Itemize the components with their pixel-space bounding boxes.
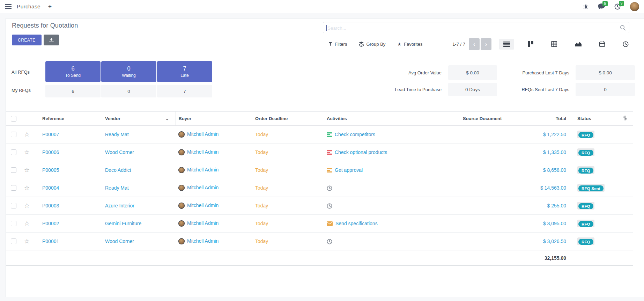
- reference-link[interactable]: P00006: [42, 149, 59, 155]
- lead-time-value[interactable]: 0 Days: [448, 83, 497, 96]
- activity-type-icon[interactable]: [327, 203, 332, 209]
- activity-label[interactable]: Check optional products: [335, 150, 387, 155]
- tile-to-send[interactable]: 6To Send: [45, 61, 101, 82]
- rfqs-sent-last-7-days[interactable]: 0: [576, 83, 635, 96]
- vendor-link[interactable]: Gemini Furniture: [105, 221, 141, 226]
- order-deadline: Today: [255, 185, 268, 191]
- filters-button[interactable]: Filters: [328, 42, 347, 47]
- view-list-button[interactable]: [499, 39, 514, 50]
- buyer-link[interactable]: Mitchell Admin: [187, 238, 219, 244]
- table-row[interactable]: ☆ P00007 Ready Mat Mitchell Admin Today …: [6, 126, 633, 144]
- vendor-link[interactable]: Azure Interior: [105, 203, 134, 208]
- favorites-button[interactable]: ★ Favorites: [397, 42, 422, 47]
- buyer-avatar: [178, 220, 185, 227]
- select-all-checkbox[interactable]: [11, 116, 16, 122]
- row-checkbox[interactable]: [11, 221, 16, 226]
- row-checkbox[interactable]: [11, 203, 16, 208]
- favorite-star-icon[interactable]: ☆: [24, 238, 30, 245]
- reference-link[interactable]: P00004: [42, 185, 59, 191]
- search-icon[interactable]: [620, 25, 626, 32]
- table-row[interactable]: ☆ P00003 Azure Interior Mitchell Admin T…: [6, 197, 633, 215]
- favorite-star-icon[interactable]: ☆: [24, 167, 30, 174]
- view-calendar-button[interactable]: [595, 38, 609, 50]
- vendor-link[interactable]: Wood Corner: [105, 149, 134, 155]
- column-total[interactable]: Total: [514, 112, 575, 126]
- export-button[interactable]: [44, 35, 59, 45]
- reference-link[interactable]: P00005: [42, 167, 59, 173]
- pager-next-button[interactable]: ›: [481, 38, 491, 50]
- favorite-star-icon[interactable]: ☆: [24, 149, 30, 156]
- row-checkbox[interactable]: [11, 185, 16, 191]
- view-graph-button[interactable]: [571, 39, 586, 49]
- avg-order-value[interactable]: $ 0.00: [448, 65, 497, 80]
- reference-link[interactable]: P00007: [42, 132, 59, 137]
- pager-previous-button[interactable]: ‹: [469, 38, 480, 50]
- order-deadline: Today: [255, 221, 268, 226]
- purchased-last-7-days[interactable]: $ 0.00: [576, 65, 635, 80]
- buyer-link[interactable]: Mitchell Admin: [187, 220, 219, 226]
- activity-label[interactable]: Check competitors: [335, 132, 375, 138]
- reference-link[interactable]: P00003: [42, 203, 59, 208]
- activity-type-icon[interactable]: [327, 239, 332, 244]
- vendor-link[interactable]: Ready Mat: [105, 185, 129, 191]
- my-late-tile[interactable]: 7: [157, 85, 212, 97]
- apps-menu-icon[interactable]: [5, 4, 12, 9]
- vendor-link[interactable]: Ready Mat: [105, 132, 129, 137]
- table-row[interactable]: ☆ P00006 Wood Corner Mitchell Admin Toda…: [6, 144, 633, 161]
- buyer-link[interactable]: Mitchell Admin: [187, 149, 219, 155]
- activity-label[interactable]: Get approval: [335, 168, 363, 173]
- activity-type-icon[interactable]: [327, 150, 332, 155]
- row-checkbox[interactable]: [11, 132, 16, 137]
- activities-icon[interactable]: 9: [614, 3, 621, 10]
- favorite-star-icon[interactable]: ☆: [24, 131, 30, 138]
- view-activity-button[interactable]: [619, 38, 633, 50]
- all-rfqs-label[interactable]: All RFQs: [12, 69, 30, 75]
- activity-type-icon[interactable]: [327, 132, 332, 137]
- column-order-deadline[interactable]: Order Deadline: [252, 112, 324, 126]
- tile-waiting[interactable]: 0Waiting: [101, 61, 156, 82]
- optional-columns-button[interactable]: [619, 112, 633, 126]
- buyer-link[interactable]: Mitchell Admin: [187, 185, 219, 190]
- my-waiting-tile[interactable]: 0: [101, 85, 156, 97]
- my-to-send-tile[interactable]: 6: [45, 85, 101, 97]
- column-reference[interactable]: Reference: [39, 112, 102, 126]
- column-activities[interactable]: Activities: [324, 112, 460, 126]
- view-pivot-button[interactable]: [547, 38, 561, 50]
- activity-label[interactable]: Send specifications: [335, 221, 378, 227]
- table-row[interactable]: ☆ P00005 Deco Addict Mitchell Admin Toda…: [6, 161, 633, 179]
- table-row[interactable]: ☆ P00002 Gemini Furniture Mitchell Admin…: [6, 215, 633, 233]
- buyer-link[interactable]: Mitchell Admin: [187, 167, 219, 172]
- buyer-link[interactable]: Mitchell Admin: [187, 203, 219, 208]
- my-rfqs-label[interactable]: My RFQs: [12, 88, 31, 93]
- search-input[interactable]: [327, 23, 618, 33]
- table-row[interactable]: ☆ P00001 Wood Corner Mitchell Admin Toda…: [6, 233, 633, 250]
- activity-type-icon[interactable]: [327, 168, 332, 172]
- column-status[interactable]: Status: [575, 112, 619, 126]
- debug-icon[interactable]: [583, 4, 589, 9]
- view-kanban-button[interactable]: [524, 38, 538, 50]
- tile-late[interactable]: 7Late: [157, 61, 212, 82]
- app-name[interactable]: Purchase: [17, 3, 40, 10]
- column-buyer[interactable]: Buyer: [176, 112, 252, 126]
- favorite-star-icon[interactable]: ☆: [24, 184, 30, 191]
- row-checkbox[interactable]: [11, 238, 16, 244]
- activity-type-icon[interactable]: [327, 185, 332, 191]
- user-avatar[interactable]: [630, 2, 639, 11]
- messages-icon[interactable]: 5: [598, 3, 605, 9]
- favorite-star-icon[interactable]: ☆: [24, 202, 30, 209]
- row-checkbox[interactable]: [11, 149, 16, 155]
- column-source-document[interactable]: Source Document: [460, 112, 514, 126]
- group-by-button[interactable]: Group By: [359, 42, 385, 47]
- favorite-star-icon[interactable]: ☆: [24, 220, 30, 227]
- column-vendor[interactable]: Vendor⌄: [102, 112, 176, 126]
- table-row[interactable]: ☆ P00004 Ready Mat Mitchell Admin Today …: [6, 179, 633, 197]
- vendor-link[interactable]: Deco Addict: [105, 167, 131, 173]
- reference-link[interactable]: P00002: [42, 221, 59, 226]
- buyer-link[interactable]: Mitchell Admin: [187, 131, 219, 137]
- row-checkbox[interactable]: [11, 167, 16, 173]
- create-button[interactable]: CREATE: [12, 35, 42, 45]
- new-tab-plus-icon[interactable]: +: [48, 3, 52, 10]
- vendor-link[interactable]: Wood Corner: [105, 238, 134, 244]
- reference-link[interactable]: P00001: [42, 238, 59, 244]
- activity-type-icon[interactable]: [327, 221, 333, 226]
